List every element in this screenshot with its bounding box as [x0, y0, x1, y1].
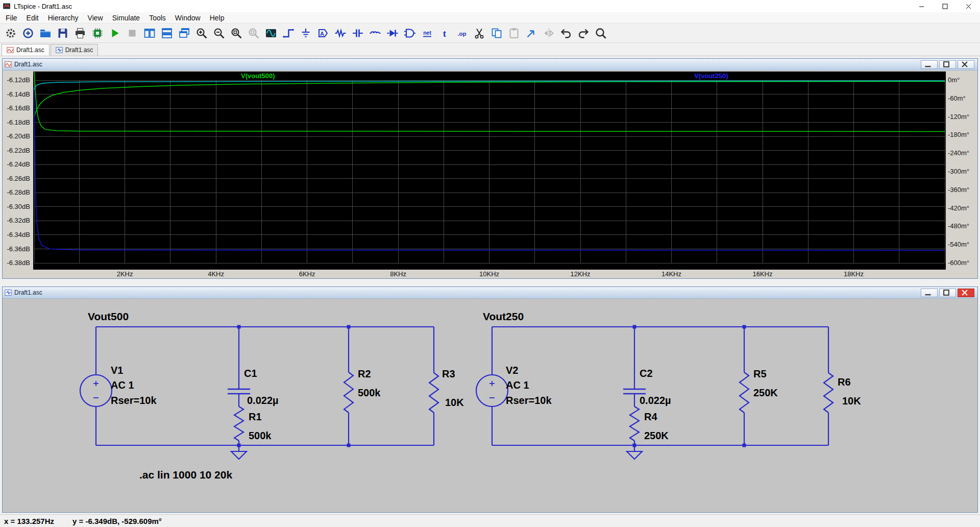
cut-icon — [473, 27, 485, 39]
schematic-canvas[interactable]: V1AC 1Rser=10kC10.022µR1500kR2500kR310KV… — [3, 299, 977, 512]
menu-hierarchy[interactable]: Hierarchy — [43, 13, 83, 23]
schematic-window-titlebar[interactable]: Draft1.asc — [3, 287, 977, 299]
undo-button[interactable] — [558, 26, 574, 41]
y-right-label: -420m° — [948, 204, 969, 212]
minimize-button[interactable] — [910, 0, 933, 12]
svg-text:500k: 500k — [249, 430, 272, 441]
paste-button[interactable] — [506, 26, 522, 41]
schematic-window: Draft1.asc V1AC 1Rser=10kC10.022µR1500kR… — [2, 286, 978, 513]
cut-button[interactable] — [472, 26, 487, 41]
print-button[interactable] — [72, 26, 88, 41]
cursor-x-readout: x = 133.257Hz — [4, 517, 54, 525]
schematic-restore-button[interactable] — [939, 289, 956, 297]
y-left-label: -6.14dB — [3, 90, 30, 98]
settings-icon — [5, 27, 17, 39]
place-diode-button[interactable] — [385, 26, 400, 41]
tab-1-draft1[interactable]: Draft1.asc — [2, 44, 50, 56]
redo-button[interactable] — [576, 26, 591, 41]
autorange-waveform-icon — [265, 27, 277, 39]
place-capacitor-icon — [352, 27, 364, 39]
svg-text:V2: V2 — [506, 365, 518, 376]
trace-legend-1[interactable]: V(vout500) — [241, 72, 275, 80]
y-right-label: -120m° — [948, 113, 969, 121]
zoom-back-button[interactable] — [246, 26, 261, 41]
drag-icon — [525, 27, 537, 39]
spice-directive-button[interactable]: .op — [454, 26, 470, 41]
drag-button[interactable] — [524, 26, 539, 41]
trace-legend-2[interactable]: V(vout250) — [694, 72, 728, 80]
menu-simulate[interactable]: Simulate — [108, 13, 144, 23]
schematic-file-icon — [5, 289, 12, 296]
menu-view[interactable]: View — [83, 13, 108, 23]
zoom-out-button[interactable] — [211, 26, 227, 41]
zoom-full-button[interactable] — [229, 26, 244, 41]
waveform-restore-button[interactable] — [939, 60, 956, 69]
menu-file[interactable]: File — [1, 13, 22, 23]
save-button[interactable] — [55, 26, 70, 41]
menu-tools[interactable]: Tools — [144, 13, 170, 23]
y-right-label: -540m° — [948, 241, 969, 248]
place-ground-button[interactable] — [298, 26, 313, 41]
zoom-in-button[interactable] — [194, 26, 209, 41]
schematic-minimize-button[interactable] — [921, 289, 938, 297]
close-button[interactable] — [957, 0, 980, 12]
place-text-button[interactable]: t — [437, 26, 452, 41]
menu-help[interactable]: Help — [205, 13, 229, 23]
cascade-windows-button[interactable] — [177, 26, 192, 41]
open-button[interactable] — [38, 26, 53, 41]
waveform-minimize-button[interactable] — [921, 60, 938, 69]
svg-text:0.022µ: 0.022µ — [640, 395, 671, 406]
place-component-button[interactable] — [402, 26, 418, 41]
waveform-window-titlebar[interactable]: Draft1.asc — [3, 59, 977, 70]
svg-text:C1: C1 — [244, 368, 257, 379]
tabbar: Draft1.ascDraft1.asc — [0, 43, 980, 56]
svg-text:250K: 250K — [753, 387, 778, 398]
autorange-waveform-button[interactable] — [263, 26, 279, 41]
tile-horizontally-button[interactable] — [159, 26, 175, 41]
x-axis-label: 2KHz — [107, 270, 143, 278]
print-icon — [74, 27, 86, 39]
run-button[interactable] — [107, 26, 122, 41]
waveform-close-button[interactable] — [958, 60, 974, 69]
schematic-window-title: Draft1.asc — [14, 289, 42, 296]
tile-vertically-icon — [143, 27, 156, 39]
place-capacitor-button[interactable] — [350, 26, 365, 41]
y-left-label: -6.16dB — [3, 104, 30, 112]
draw-wire-icon — [282, 27, 295, 39]
draw-wire-button[interactable] — [281, 26, 296, 41]
svg-text:C2: C2 — [640, 368, 653, 379]
place-inductor-button[interactable] — [368, 26, 383, 41]
new-schematic-icon — [22, 27, 34, 39]
tab-2-draft1[interactable]: Draft1.asc — [51, 44, 99, 56]
svg-text:0.022µ: 0.022µ — [247, 395, 279, 406]
x-axis-label: 8KHz — [380, 270, 416, 278]
find-button[interactable] — [593, 26, 608, 41]
svg-text:R6: R6 — [838, 376, 851, 388]
label-net-button[interactable]: A — [315, 26, 331, 41]
copy-button[interactable] — [489, 26, 504, 41]
mirror-button[interactable] — [541, 26, 556, 41]
menu-edit[interactable]: Edit — [22, 13, 43, 23]
halt-button[interactable] — [125, 26, 140, 41]
tab-label: Draft1.asc — [65, 46, 93, 54]
titlebar[interactable]: LTspice - Draft1.asc — [0, 0, 980, 12]
place-resistor-button[interactable] — [333, 26, 348, 41]
view-netlist-icon: net — [421, 27, 433, 39]
y-left-label: -6.12dB — [3, 76, 30, 84]
schematic-pane: V1AC 1Rser=10kC10.022µR1500kR2500kR310KV… — [3, 299, 977, 512]
y-left-label: -6.36dB — [3, 245, 30, 253]
new-schematic-button[interactable] — [20, 26, 36, 41]
place-inductor-icon — [369, 27, 381, 39]
maximize-button[interactable] — [933, 0, 957, 12]
y-right-label: 0m° — [948, 76, 960, 84]
toolbar: Anett.op — [0, 23, 980, 43]
plot-traces — [3, 70, 977, 278]
tile-horizontally-icon — [161, 27, 173, 39]
menu-window[interactable]: Window — [170, 13, 205, 23]
tile-vertically-button[interactable] — [142, 26, 157, 41]
settings-button[interactable] — [3, 26, 18, 41]
control-panel-button[interactable] — [90, 26, 105, 41]
view-netlist-button[interactable]: net — [420, 26, 435, 41]
schematic-close-button[interactable] — [958, 289, 974, 297]
svg-text:Vout500: Vout500 — [88, 310, 129, 322]
